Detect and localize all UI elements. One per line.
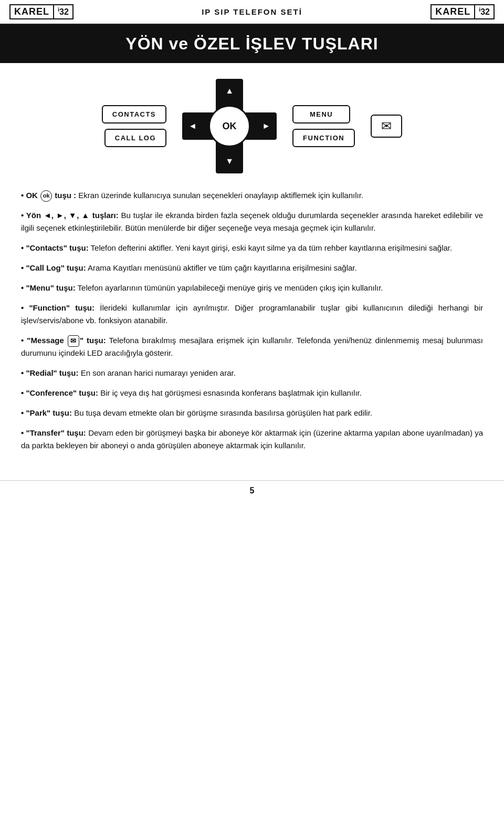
para-message-bold: • "Message ✉" tuşu: [21, 336, 106, 345]
nav-diagram: CONTACTS CALL LOG ▲ ▼ ◄ ► OK MENU FUNCTI… [0, 63, 504, 184]
para-ok-text: Ekran üzerinde kullanıcıya sunulan seçen… [78, 191, 363, 200]
left-button-group: CONTACTS CALL LOG [102, 105, 166, 147]
para-yon: • Yön ◄, ►, ▼, ▲ tuşları: Bu tuşlar ile … [21, 209, 483, 234]
para-transfer-text: Devam eden bir görüşmeyi başka bir abone… [21, 428, 483, 450]
dpad-left-arrow[interactable]: ◄ [188, 121, 197, 131]
para-calllog: • "Call Log" tuşu: Arama Kayıtları menüs… [21, 262, 483, 274]
para-calllog-bold: • "Call Log" tuşu: [21, 263, 86, 272]
para-yon-bold: • Yön ◄, ►, ▼, ▲ tuşları: [21, 211, 119, 220]
message-envelope-icon: ✉ [68, 335, 79, 347]
para-calllog-text: Arama Kayıtları menüsünü aktifler ve tüm… [88, 263, 357, 272]
calllog-button[interactable]: CALL LOG [104, 129, 166, 147]
header: KAREL i32 IP SIP TELEFON SETİ KAREL i32 [0, 0, 504, 25]
dpad-right-arrow[interactable]: ► [262, 121, 270, 131]
message-button[interactable]: ✉ [371, 115, 402, 138]
para-message: • "Message ✉" tuşu: Telefona bırakılmış … [21, 334, 483, 359]
page-title: YÖN ve ÖZEL İŞLEV TUŞLARI [0, 25, 504, 63]
ok-circle-icon: ok [40, 190, 52, 202]
para-conference-text: Bir iç veya dış hat görüşmesi esnasında … [100, 388, 362, 397]
ok-button[interactable]: OK [208, 105, 250, 147]
dpad-up-arrow[interactable]: ▲ [225, 86, 234, 96]
para-park-bold: • "Park" tuşu: [21, 408, 72, 417]
dpad: ▲ ▼ ◄ ► OK [182, 79, 277, 173]
para-redial: • "Redial" tuşu: En son aranan harici nu… [21, 367, 483, 379]
para-function: • "Function" tuşu: İlerideki kullanımlar… [21, 302, 483, 327]
para-ok: • OK ok tuşu : Ekran üzerinde kullanıcıy… [21, 189, 483, 202]
header-title: IP SIP TELEFON SETİ [202, 7, 302, 16]
para-menu-bold: • "Menu" tuşu: [21, 283, 76, 292]
dpad-down-arrow[interactable]: ▼ [225, 157, 234, 166]
logo-right-name: KAREL [430, 4, 475, 19]
contacts-button[interactable]: CONTACTS [102, 105, 166, 123]
para-menu-text: Telefon ayarlarının tümünün yapılabilece… [78, 283, 383, 292]
para-transfer: • "Transfer" tuşu: Devam eden bir görüşm… [21, 427, 483, 452]
right-button-group: MENU FUNCTION [292, 105, 355, 147]
page-number: 5 [250, 486, 255, 495]
logo-right-model: i32 [475, 4, 495, 19]
dpad-cross: ▲ ▼ ◄ ► OK [182, 79, 277, 173]
para-menu: • "Menu" tuşu: Telefon ayarlarının tümün… [21, 282, 483, 294]
para-contacts-text: Telefon defterini aktifler. Yeni kayıt g… [91, 243, 453, 252]
para-redial-text: En son aranan harici numarayı yeniden ar… [81, 368, 236, 377]
menu-button[interactable]: MENU [292, 105, 350, 123]
footer: 5 [0, 480, 504, 501]
para-contacts: • "Contacts" tuşu: Telefon defterini akt… [21, 242, 483, 254]
para-contacts-bold: • "Contacts" tuşu: [21, 243, 89, 252]
function-button[interactable]: FUNCTION [292, 129, 355, 147]
para-park: • "Park" tuşu: Bu tuşa devam etmekte ola… [21, 407, 483, 419]
logo-right: KAREL i32 [430, 4, 495, 19]
para-conference: • "Conference" tuşu: Bir iç veya dış hat… [21, 387, 483, 399]
logo-left-name: KAREL [9, 4, 54, 19]
content-area: • OK ok tuşu : Ekran üzerinde kullanıcıy… [0, 184, 504, 475]
para-function-bold: • "Function" tuşu: [21, 303, 94, 312]
para-redial-bold: • "Redial" tuşu: [21, 368, 78, 377]
logo-left-model: i32 [54, 4, 74, 19]
envelope-icon: ✉ [381, 119, 392, 133]
logo-left: KAREL i32 [9, 4, 74, 19]
para-park-text: Bu tuşa devam etmekte olan bir görüşme s… [74, 408, 372, 417]
para-ok-bold: • OK ok tuşu : [21, 191, 76, 200]
para-transfer-bold: • "Transfer" tuşu: [21, 428, 86, 437]
para-conference-bold: • "Conference" tuşu: [21, 388, 98, 397]
